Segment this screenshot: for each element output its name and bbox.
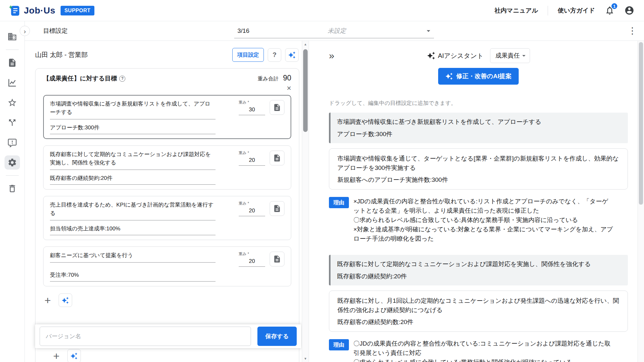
plus-icon: +: [53, 350, 60, 362]
assistant-scrollbar[interactable]: [638, 41, 644, 362]
category-label: 成果責任: [495, 51, 520, 60]
account-button[interactable]: [624, 5, 634, 15]
measure-input[interactable]: アプローチ数:300件: [50, 123, 216, 134]
add-goal-button[interactable]: +: [53, 350, 60, 361]
goal-text-input[interactable]: 顧客ニーズに基づいて提案を行う: [50, 251, 216, 263]
weight-label: 重み *: [239, 201, 265, 206]
category-dropdown[interactable]: 成果責任: [490, 48, 530, 63]
goal-card[interactable]: 売上目標を達成するため、KPIに基づき計画的な営業活動を遂行する 重み * 担当…: [43, 196, 291, 240]
goal-text-input[interactable]: 市場調査や情報収集に基づき新規顧客リストを作成して、アプローチする: [50, 100, 216, 119]
document-icon: [273, 255, 281, 263]
sidebar-item-settings[interactable]: [5, 155, 20, 170]
sidebar-item-analytics[interactable]: [5, 76, 20, 90]
question-icon: ?: [121, 76, 123, 81]
weight-input[interactable]: [239, 106, 265, 115]
goal-card[interactable]: 市場調査や情報収集に基づき新規顧客リストを作成して、アプローチする 重み * ア…: [43, 95, 291, 139]
nav-internal-manual[interactable]: 社内マニュアル: [495, 6, 538, 15]
document-icon: [273, 154, 281, 162]
proposal-measure: 既存顧客の継続契約数:20件: [337, 318, 620, 326]
goal-card[interactable]: 既存顧客に対して定期的なコミュニケーションおよび課題対応を実施し、関係性を強化す…: [43, 145, 291, 190]
section-help-icon[interactable]: ?: [119, 76, 125, 82]
notifications-button[interactable]: 1: [605, 5, 615, 15]
scroll-down-icon[interactable]: ▼: [302, 357, 309, 360]
goal-memo-button[interactable]: [270, 252, 284, 266]
sparkle-icon: [427, 51, 435, 60]
sparkle-icon: [62, 297, 69, 304]
chevron-right-icon: ›: [24, 28, 26, 34]
split-icon: [7, 118, 17, 127]
reason-row: 理由 ×JDの成果責任の内容と整合性が取れている:リスト作成とアプローチのみでな…: [329, 197, 628, 243]
ai-suggest-goal-button[interactable]: [67, 349, 81, 362]
version-selector-value: 未設定: [328, 27, 346, 35]
sidebar: [0, 21, 25, 362]
measure-input[interactable]: 受注率:70%: [50, 270, 216, 282]
goal-memo-button[interactable]: [270, 151, 284, 165]
goal-memo-button[interactable]: [270, 201, 284, 216]
source-measure-text: 既存顧客の継続契約:20件: [337, 272, 621, 281]
sidebar-item-documents[interactable]: [5, 56, 20, 70]
reason-text: ×JDの成果責任の内容と整合性が取れている:リスト作成とアプローチのみでなく、「…: [353, 197, 614, 243]
overflow-menu-button[interactable]: ⋮: [628, 26, 637, 35]
sparkle-icon: [288, 51, 296, 59]
nav-usage-guide[interactable]: 使い方ガイド: [558, 6, 595, 15]
proposal-card[interactable]: 既存顧客に対し、月1回以上の定期的なコミュニケーションおよび発生課題への迅速な対…: [329, 291, 628, 332]
header-divider: [548, 6, 548, 15]
measure-input[interactable]: 既存顧客の継続契約:20件: [50, 173, 216, 185]
logo[interactable]: Job·Us: [8, 5, 55, 17]
measure-input[interactable]: 担当領域の売上達成率:100%: [50, 224, 216, 235]
employee-actions: 項目設定 ?: [232, 48, 299, 62]
goal-text-input[interactable]: 売上目標を達成するため、KPIに基づき計画的な営業活動を遂行する: [50, 201, 216, 220]
chart-icon: [7, 78, 17, 88]
goal-text-input[interactable]: 既存顧客に対して定期的なコミュニケーションおよび課題対応を実施し、関係性を強化す…: [50, 150, 216, 170]
reason-row: 理由 〇JDの成果責任の内容と整合性が取れている:コミュニケーションおよび課題対…: [329, 339, 628, 362]
add-goal-row: +: [43, 293, 291, 307]
proposal-card[interactable]: 市場調査や情報収集を通じて、ターゲットとなる[業界・企業群]の新規顧客リストを作…: [329, 148, 628, 190]
source-goal-block[interactable]: 市場調査や情報収集に基づき新規顧客リストを作成して、アプローチする アプローチ数…: [329, 113, 628, 143]
goal-memo-button[interactable]: [270, 100, 284, 115]
source-measure-text: アプローチ数:300件: [337, 130, 621, 138]
collapse-panel-button[interactable]: »: [329, 51, 334, 60]
add-goal-button[interactable]: +: [44, 295, 51, 306]
main-scrollbar-thumb[interactable]: [303, 49, 308, 132]
support-badge: SUPPORT: [61, 6, 94, 15]
save-bar: 保存する: [35, 324, 301, 348]
item-settings-button[interactable]: 項目設定: [232, 48, 264, 62]
ai-proposal-button[interactable]: 修正・改善のAI提案: [438, 68, 518, 85]
help-button[interactable]: ?: [268, 48, 281, 62]
add-goal-row: +: [52, 349, 81, 362]
weight-input[interactable]: [239, 257, 265, 267]
proposal-text: 既存顧客に対し、月1回以上の定期的なコミュニケーションおよび発生課題への迅速な対…: [337, 296, 620, 315]
header-nav: 社内マニュアル 使い方ガイド 1: [495, 5, 634, 15]
ai-suggest-goal-button[interactable]: [59, 293, 72, 307]
feedback-icon: [7, 138, 17, 147]
main-scrollbar[interactable]: ▲ ▼: [302, 41, 309, 362]
sidebar-item-favorites[interactable]: [5, 96, 20, 110]
sparkle-plus-icon: [445, 72, 453, 80]
weight-total-label: 重み合計: [258, 76, 278, 82]
goal-card-toolbar: ×: [43, 84, 291, 92]
gear-icon: [7, 158, 17, 167]
sidebar-item-feedback[interactable]: [5, 135, 20, 150]
sidebar-item-workflow[interactable]: [5, 116, 20, 130]
sidebar-item-organization[interactable]: [5, 30, 20, 44]
scroll-up-icon[interactable]: ▲: [302, 42, 309, 46]
ai-generate-button[interactable]: [285, 48, 299, 62]
save-button[interactable]: 保存する: [257, 327, 297, 346]
collapse-sidebar-button[interactable]: ›: [20, 26, 30, 36]
weight-label: 重み *: [239, 251, 265, 257]
plus-icon: +: [44, 294, 51, 306]
version-name-input[interactable]: [40, 327, 251, 346]
toolbar: › 目標設定 3/16 未設定 ⋮: [25, 21, 644, 41]
weight-input[interactable]: [239, 207, 265, 216]
weight-input[interactable]: [239, 156, 265, 166]
source-goal-block[interactable]: 既存顧客に対して定期的なコミュニケーションおよび課題対応を実施し、関係性を強化す…: [329, 255, 628, 285]
ai-assistant-panel: » AIアシスタント 成果責任 修正・改善のAI提案: [309, 41, 638, 362]
sidebar-item-trash[interactable]: [5, 181, 20, 196]
weight-total-value: 90: [283, 74, 291, 82]
question-icon: ?: [273, 51, 276, 59]
goal-card[interactable]: 顧客ニーズに基づいて提案を行う 重み * 受注率:70%: [43, 246, 291, 286]
version-selector[interactable]: 3/16 未設定: [234, 24, 434, 38]
assistant-scrollbar-thumb[interactable]: [639, 42, 643, 205]
remove-goal-button[interactable]: ×: [287, 84, 291, 92]
reason-text: 〇JDの成果責任の内容と整合性が取れている:コミュニケーションおよび課題対応を通…: [353, 339, 614, 362]
